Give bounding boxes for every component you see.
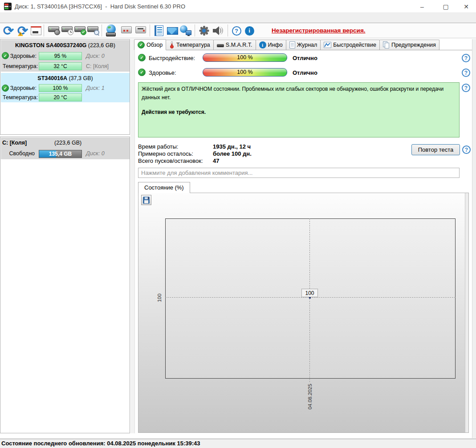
refresh-icon[interactable]: ⟳ — [2, 24, 15, 37]
refresh-alert-icon[interactable]: ⟳ — [16, 24, 29, 37]
window-title: Диск: 1, ST340016A [3HS7CCX6] - Hard Dis… — [15, 3, 185, 10]
unregistered-version-link[interactable]: Незарегистрированная версия. — [272, 23, 366, 38]
info-circle-icon: i — [259, 41, 266, 48]
scroll-strip[interactable] — [472, 39, 476, 438]
status-action: Действия не требуются. — [142, 109, 206, 115]
performance-ok-icon — [138, 54, 146, 61]
performance-rating: Отлично — [293, 55, 317, 61]
tab-log[interactable]: Журнал — [286, 40, 321, 50]
save-chart-button[interactable] — [141, 195, 151, 205]
free-space-bar: 135,4 GB — [39, 150, 82, 158]
partition-list: C: [Коля] (223,6 GB) Свободно 135,4 GB Д… — [0, 137, 130, 433]
comment-input[interactable] — [138, 168, 460, 178]
close-button[interactable]: ✕ — [456, 0, 476, 13]
disk-clock-icon[interactable] — [60, 24, 73, 37]
tab-alerts[interactable]: Предупреждения — [379, 40, 439, 50]
disk-header: ST340016A (37,3 GB) — [1, 73, 130, 84]
pages-icon — [383, 41, 390, 48]
stat-label: Всего пусков/остановок: — [138, 157, 203, 164]
floppy-icon — [143, 197, 150, 204]
check-circle-icon — [138, 41, 145, 48]
grid-line-v — [309, 218, 310, 382]
mail-icon[interactable] — [166, 24, 179, 37]
health-bar: 100 % — [39, 84, 82, 92]
tab-info[interactable]: iИнфо — [256, 40, 286, 50]
health-ok-icon — [138, 69, 146, 76]
sound-icon[interactable] — [211, 24, 224, 37]
notes-icon[interactable] — [152, 24, 166, 37]
stat-value: 1935 дн., 12 ч — [213, 143, 251, 150]
disk-small-icon — [217, 44, 224, 47]
health-label: Здоровье: — [149, 69, 176, 76]
temp-bar: 32 °C — [39, 62, 82, 70]
x-axis-tick-label: 04.08.2025 — [307, 379, 313, 414]
menu-strip — [0, 13, 476, 23]
status-textbox: Жёсткий диск в ОТЛИЧНОМ состоянии. Пробл… — [138, 82, 460, 137]
y-axis-tick-label: 100 — [157, 291, 163, 305]
help-icon[interactable]: ? — [462, 54, 470, 62]
minimize-button[interactable]: – — [412, 0, 432, 13]
disk-check-icon[interactable] — [73, 24, 86, 37]
retest-button[interactable]: Повтор теста — [411, 144, 460, 155]
disk-item-st340016a[interactable]: ST340016A (37,3 GB) Здоровье: 100 % Диск… — [1, 73, 130, 102]
disk-connect-icon[interactable] — [120, 24, 133, 37]
report-icon[interactable] — [29, 24, 43, 37]
help-icon[interactable]: ? — [462, 145, 471, 154]
stat-value: 47 — [213, 157, 219, 164]
stat-label: Время работы: — [138, 143, 178, 150]
disk-header: KINGSTON SA400S37240G (223,6 GB) — [1, 40, 130, 51]
temp-bar: 20 °C — [39, 93, 82, 101]
health-rating: Отлично — [293, 69, 317, 76]
help-icon[interactable]: ? — [462, 69, 470, 77]
document-icon — [289, 41, 295, 48]
health-gauge: 100 % — [203, 68, 287, 77]
health-bar: 95 % — [39, 52, 82, 60]
chart-scrollbar[interactable] — [465, 193, 468, 432]
app-window: Диск: 1, ST340016A [3HS7CCX6] - Hard Dis… — [0, 0, 476, 448]
stat-label: Примерно осталось: — [138, 150, 193, 157]
network-status-icon[interactable] — [179, 24, 192, 37]
title-bar: Диск: 1, ST340016A [3HS7CCX6] - Hard Dis… — [0, 0, 476, 13]
performance-label: Быстродействие: — [149, 55, 195, 61]
chart-tab-status[interactable]: Состояние (%) — [138, 182, 190, 193]
chart-area: 100 100 04.08.2025 — [138, 193, 469, 433]
disk-list: KINGSTON SA400S37240G (223,6 GB) Здоровь… — [0, 39, 130, 135]
chart-icon — [324, 42, 331, 48]
settings-gear-icon[interactable] — [197, 24, 211, 37]
status-bar: Состояние последнего обновления: 04.08.2… — [0, 439, 476, 448]
status-message: Жёсткий диск в ОТЛИЧНОМ состоянии. Пробл… — [142, 85, 456, 101]
performance-gauge: 100 % — [203, 53, 287, 62]
disk-eject-icon[interactable] — [47, 24, 60, 37]
disk-backup-icon[interactable] — [134, 24, 147, 37]
point-value-label: 100 — [301, 289, 318, 297]
tab-performance[interactable]: Быстродействие — [320, 40, 380, 50]
help-icon[interactable]: ? — [230, 24, 243, 37]
plot-area — [165, 218, 456, 379]
disk-search-icon[interactable] — [86, 24, 99, 37]
help-icon[interactable]: ? — [462, 84, 470, 92]
partition-item-c[interactable]: C: [Коля] (223,6 GB) Свободно 135,4 GB Д… — [1, 137, 130, 159]
tab-temperature[interactable]: Температура — [166, 40, 214, 50]
maximize-button[interactable]: ▢ — [435, 0, 456, 13]
main-tabbar: Обзор Температура S.M.A.R.T. iИнфо Журна… — [134, 39, 472, 50]
globe-disk-icon[interactable] — [104, 24, 118, 37]
toolbar: ⟳ ⟳ ? i Незарегистрированная версия. — [0, 23, 476, 38]
thermometer-icon — [169, 41, 175, 48]
tab-overview[interactable]: Обзор — [134, 39, 166, 50]
disk-item-kingston[interactable]: KINGSTON SA400S37240G (223,6 GB) Здоровь… — [1, 40, 130, 72]
stat-value: более 100 дн. — [213, 150, 252, 157]
info-icon[interactable]: i — [243, 24, 256, 37]
app-icon — [4, 3, 12, 10]
tab-smart[interactable]: S.M.A.R.T. — [213, 40, 256, 50]
